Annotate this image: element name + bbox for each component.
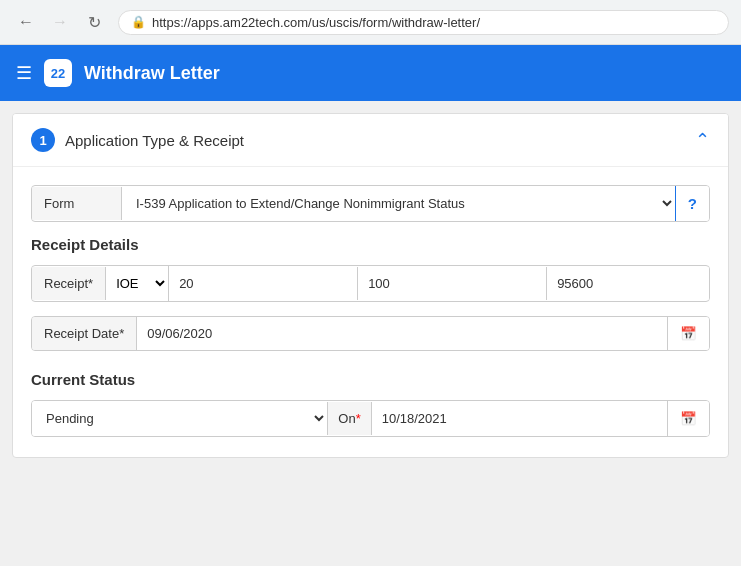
current-status-title: Current Status (31, 371, 710, 388)
receipt-details-title: Receipt Details (31, 236, 710, 253)
forward-button[interactable]: → (46, 8, 74, 36)
browser-chrome: ← → ↻ 🔒 https://apps.am22tech.com/us/usc… (0, 0, 741, 45)
main-content: 1 Application Type & Receipt ⌃ Form I-53… (12, 113, 729, 458)
receipt-date-label: Receipt Date* (32, 317, 137, 350)
receipt-row: Receipt* IOE EAC WAC SRC LIN MSC (31, 265, 710, 302)
chevron-up-icon[interactable]: ⌃ (695, 129, 710, 151)
receipt-date-required: * (119, 326, 124, 341)
step-badge: 1 (31, 128, 55, 152)
lock-icon: 🔒 (131, 15, 146, 29)
hamburger-icon[interactable]: ☰ (16, 62, 32, 84)
form-select[interactable]: I-539 Application to Extend/Change Nonim… (122, 186, 675, 221)
reload-button[interactable]: ↻ (80, 8, 108, 36)
receipt-date-row: Receipt Date* 📅 (31, 316, 710, 351)
help-button[interactable]: ? (675, 186, 709, 221)
app-header: ☰ 22 Withdraw Letter (0, 45, 741, 101)
receipt-part2-input[interactable] (358, 267, 547, 300)
section-body: Form I-539 Application to Extend/Change … (13, 167, 728, 457)
section-header-left: 1 Application Type & Receipt (31, 128, 244, 152)
on-label: On* (327, 402, 371, 435)
form-field-label: Form (32, 187, 122, 220)
status-row: Pending Approved Denied RFE Received On*… (31, 400, 710, 437)
receipt-part1-input[interactable] (169, 267, 358, 300)
status-date-input[interactable] (372, 402, 667, 435)
status-date-calendar-icon[interactable]: 📅 (667, 401, 709, 436)
on-required: * (356, 411, 361, 426)
section-title: Application Type & Receipt (65, 132, 244, 149)
receipt-date-input[interactable] (137, 317, 667, 350)
receipt-required: * (88, 276, 93, 291)
app-title: Withdraw Letter (84, 63, 220, 84)
receipt-part3-input[interactable] (547, 267, 710, 300)
address-bar[interactable]: 🔒 https://apps.am22tech.com/us/uscis/for… (118, 10, 729, 35)
back-button[interactable]: ← (12, 8, 40, 36)
nav-buttons: ← → ↻ (12, 8, 108, 36)
receipt-date-calendar-icon[interactable]: 📅 (667, 317, 709, 350)
receipt-prefix-select[interactable]: IOE EAC WAC SRC LIN MSC (106, 266, 169, 301)
url-text: https://apps.am22tech.com/us/uscis/form/… (152, 15, 716, 30)
form-field-row: Form I-539 Application to Extend/Change … (31, 185, 710, 222)
logo-badge: 22 (44, 59, 72, 87)
status-select[interactable]: Pending Approved Denied RFE Received (32, 401, 327, 436)
receipt-label: Receipt* (32, 267, 106, 300)
section-header: 1 Application Type & Receipt ⌃ (13, 114, 728, 167)
